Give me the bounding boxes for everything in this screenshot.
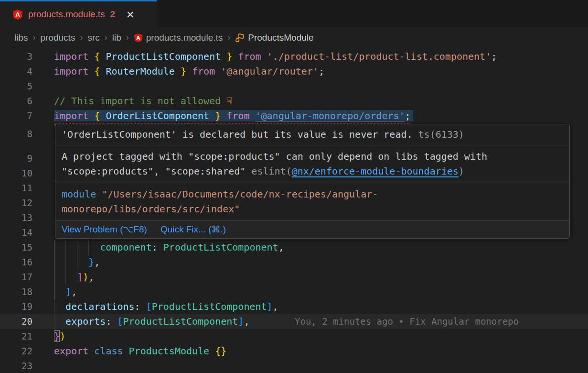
code-line-text: export class ProductsModule {} — [54, 344, 226, 359]
code-line-4[interactable]: 4import { RouterModule } from '@angular/… — [0, 64, 588, 79]
view-problem-link[interactable]: View Problem (⌥F8) — [62, 223, 147, 236]
breadcrumb: libs › products › src › lib › A products… — [0, 27, 588, 48]
chevron-right-icon: › — [33, 33, 36, 43]
line-number[interactable]: 15 — [0, 240, 32, 255]
tab-products-module[interactable]: A products.module.ts 2 ✕ — [0, 0, 157, 27]
line-number[interactable]: 16 — [0, 255, 32, 270]
vscode-window: A products.module.ts 2 ✕ libs › products… — [0, 0, 588, 373]
line-number[interactable]: 14 — [0, 225, 32, 240]
code-line-19[interactable]: 19 declarations: [ProductListComponent], — [0, 299, 588, 314]
line-number[interactable]: 7 — [0, 109, 32, 123]
close-icon[interactable]: ✕ — [126, 10, 135, 20]
code-line-text: ]), — [54, 270, 94, 285]
code-line-text: declarations: [ProductListComponent], — [54, 299, 278, 314]
popup-actions: View Problem (⌥F8) Quick Fix... (⌘.) — [55, 221, 569, 238]
line-number[interactable]: 17 — [0, 270, 32, 285]
line-number[interactable]: 6 — [0, 94, 32, 109]
code-line-text: }, — [54, 255, 100, 270]
code-line-text: import { ProductListComponent } from './… — [54, 49, 497, 64]
line-number[interactable]: 9 — [0, 151, 32, 166]
tab-bar: A products.module.ts 2 ✕ — [0, 0, 588, 27]
code-line-text: }) — [54, 329, 65, 344]
code-line-3[interactable]: 3import { ProductListComponent } from '.… — [0, 49, 588, 64]
line-number[interactable]: 5 — [0, 79, 32, 94]
chevron-right-icon: › — [80, 33, 83, 43]
breadcrumb-item-symbol[interactable]: ProductsModule — [235, 33, 313, 43]
line-number[interactable]: 12 — [0, 196, 32, 210]
popup-module-info: module "/Users/isaac/Documents/code/nx-r… — [55, 183, 569, 221]
code-line-text: import { RouterModule } from '@angular/r… — [54, 64, 324, 79]
line-number[interactable]: 21 — [0, 329, 32, 344]
git-blame-annotation: You, 2 minutes ago • Fix Angular monorep… — [295, 314, 519, 329]
quick-fix-link[interactable]: Quick Fix... (⌘.) — [160, 223, 226, 236]
svg-text:A: A — [136, 35, 140, 41]
ts-error-code: ts(6133) — [418, 129, 464, 140]
code-line-18[interactable]: 18 ], — [0, 285, 588, 299]
code-line-20[interactable]: 20 exports: [ProductListComponent],You, … — [0, 314, 588, 329]
popup-ts-error: 'OrderListComponent' is declared but its… — [55, 124, 569, 145]
line-number[interactable]: 3 — [0, 49, 32, 64]
line-number[interactable]: 18 — [0, 285, 32, 299]
code-line-text: // This import is not allowed ☟ — [54, 94, 232, 109]
hover-popup: 'OrderListComponent' is declared but its… — [55, 124, 570, 239]
code-line-17[interactable]: 17 ]), — [0, 270, 588, 285]
line-number[interactable]: 20 — [0, 314, 32, 329]
code-line-6[interactable]: 6// This import is not allowed ☟ — [0, 94, 588, 109]
code-line-text: exports: [ProductListComponent], — [54, 314, 249, 329]
line-number[interactable]: 11 — [0, 181, 32, 196]
code-line-15[interactable]: 15 component: ProductListComponent, — [0, 240, 588, 255]
code-line-5[interactable]: 5 — [0, 79, 588, 94]
chevron-right-icon: › — [227, 33, 230, 43]
line-number[interactable]: 4 — [0, 64, 32, 79]
breadcrumb-item-products[interactable]: products — [41, 33, 75, 43]
line-number[interactable]: 22 — [0, 344, 32, 359]
breadcrumb-item-lib[interactable]: lib — [112, 33, 121, 43]
code-line-21[interactable]: 21}) — [0, 329, 588, 344]
popup-eslint-error: A project tagged with "scope:products" c… — [55, 145, 569, 183]
angular-icon: A — [12, 9, 23, 20]
svg-text:A: A — [15, 11, 20, 18]
class-symbol-icon — [235, 33, 245, 43]
eslint-rule-link[interactable]: @nx/enforce-module-boundaries — [292, 165, 459, 177]
chevron-right-icon: › — [126, 33, 129, 43]
angular-icon: A — [134, 33, 143, 43]
code-line-16[interactable]: 16 }, — [0, 255, 588, 270]
code-line-23[interactable]: 23 — [0, 359, 588, 373]
breadcrumb-item-src[interactable]: src — [87, 33, 99, 43]
line-number[interactable]: 19 — [0, 299, 32, 314]
line-number[interactable]: 23 — [0, 359, 32, 373]
code-editor[interactable]: 'OrderListComponent' is declared but its… — [0, 48, 588, 373]
code-line-22[interactable]: 22export class ProductsModule {} — [0, 344, 588, 359]
code-line-text: import { OrderListComponent } from '@ang… — [54, 109, 413, 123]
code-line-text: ], — [54, 285, 77, 299]
breadcrumb-item-libs[interactable]: libs — [14, 33, 28, 43]
tab-problem-badge: 2 — [110, 9, 116, 20]
error-highlight-range: import { OrderListComponent } from '@ang… — [54, 110, 413, 121]
breadcrumb-item-file[interactable]: A products.module.ts — [134, 33, 223, 43]
tab-title: products.module.ts — [28, 9, 105, 20]
line-number[interactable]: 10 — [0, 166, 32, 181]
line-number[interactable]: 8 — [0, 127, 32, 142]
code-line-7[interactable]: 7import { OrderListComponent } from '@an… — [0, 109, 588, 123]
code-line-text: component: ProductListComponent, — [54, 240, 284, 255]
line-number[interactable]: 13 — [0, 210, 32, 225]
chevron-right-icon: › — [105, 33, 107, 43]
